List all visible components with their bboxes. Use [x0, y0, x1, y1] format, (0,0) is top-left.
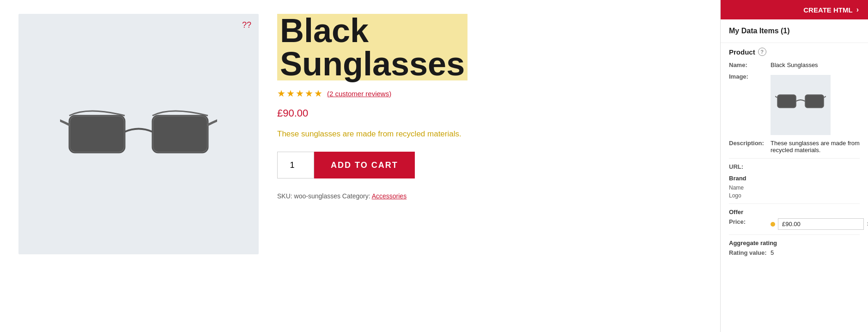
panel-header: My Data Items (1) — [721, 19, 868, 43]
description-label: Description: — [729, 140, 771, 154]
rating-value-row: Rating value: 5 — [729, 249, 860, 256]
url-label: URL: — [729, 163, 771, 170]
product-title-line2: Sunglasses — [280, 45, 465, 82]
price-indicator-icon — [771, 222, 775, 227]
separator-3 — [729, 234, 860, 235]
brand-name-label: Name — [729, 184, 860, 191]
quantity-input[interactable] — [277, 152, 314, 178]
url-value — [771, 163, 860, 170]
section-title: Product ? — [729, 48, 860, 56]
separator-2 — [729, 203, 860, 204]
star-rating: ★★★★★ — [277, 88, 323, 99]
product-price: £90.00 — [277, 107, 702, 119]
product-description: These sunglasses are made from recycled … — [277, 129, 702, 139]
price-label: Price: — [729, 218, 771, 230]
offer-label: Offer — [729, 209, 860, 215]
rating-value-label: Rating value: — [729, 249, 771, 256]
name-row: Name: Black Sunglasses — [729, 61, 860, 68]
image-row: Image: — [729, 73, 860, 135]
section-title-label: Product — [729, 48, 755, 56]
add-to-cart-row: ADD TO CART — [277, 152, 702, 178]
svg-rect-1 — [70, 117, 124, 152]
price-input[interactable] — [778, 218, 864, 230]
category-link[interactable]: Accessories — [372, 192, 407, 200]
product-image-link[interactable]: ?? — [242, 20, 251, 30]
create-html-label: CREATE HTML — [803, 6, 852, 14]
reviews-link[interactable]: (2 customer reviews) — [327, 90, 391, 98]
price-row: Price: × — [729, 218, 860, 230]
right-panel: CREATE HTML › My Data Items (1) Product … — [720, 0, 868, 332]
svg-rect-3 — [153, 117, 207, 152]
product-meta: SKU: woo-sunglasses Category: Accessorie… — [277, 192, 702, 200]
product-details: Black Sunglasses ★★★★★ (2 customer revie… — [277, 14, 702, 318]
name-label: Name: — [729, 61, 771, 68]
product-area: ?? Black Sunglasses ★★★★★ (2 — [0, 0, 720, 332]
category-label: Category: — [342, 192, 370, 200]
create-html-button[interactable]: CREATE HTML › — [721, 0, 868, 19]
brand-logo-label: Logo — [729, 192, 860, 199]
product-image-container: ?? — [18, 14, 259, 254]
help-icon[interactable]: ? — [758, 48, 766, 56]
svg-rect-7 — [806, 95, 823, 107]
product-thumbnail — [771, 75, 831, 135]
description-value: These sunglasses are made from recycled … — [771, 140, 860, 154]
product-title-line1: Black — [280, 12, 369, 49]
sku-value: woo-sunglasses — [294, 192, 340, 200]
svg-rect-5 — [778, 95, 795, 107]
url-row: URL: — [729, 163, 860, 170]
sku-label: SKU: — [277, 192, 292, 200]
image-label: Image: — [729, 73, 771, 135]
description-row: Description: These sunglasses are made f… — [729, 140, 860, 154]
thumbnail-svg — [775, 90, 826, 120]
price-field: × — [771, 218, 868, 230]
brand-label: Brand — [729, 175, 860, 182]
chevron-right-icon: › — [856, 6, 859, 14]
panel-body: Product ? Name: Black Sunglasses Image: — [721, 43, 868, 332]
separator-1 — [729, 158, 860, 159]
name-value: Black Sunglasses — [771, 61, 860, 68]
product-image — [60, 88, 217, 180]
product-rating: ★★★★★ (2 customer reviews) — [277, 88, 702, 99]
aggregate-rating-label: Aggregate rating — [729, 240, 860, 246]
rating-value: 5 — [771, 249, 860, 256]
product-title: Black Sunglasses — [277, 14, 467, 80]
add-to-cart-button[interactable]: ADD TO CART — [314, 152, 415, 178]
